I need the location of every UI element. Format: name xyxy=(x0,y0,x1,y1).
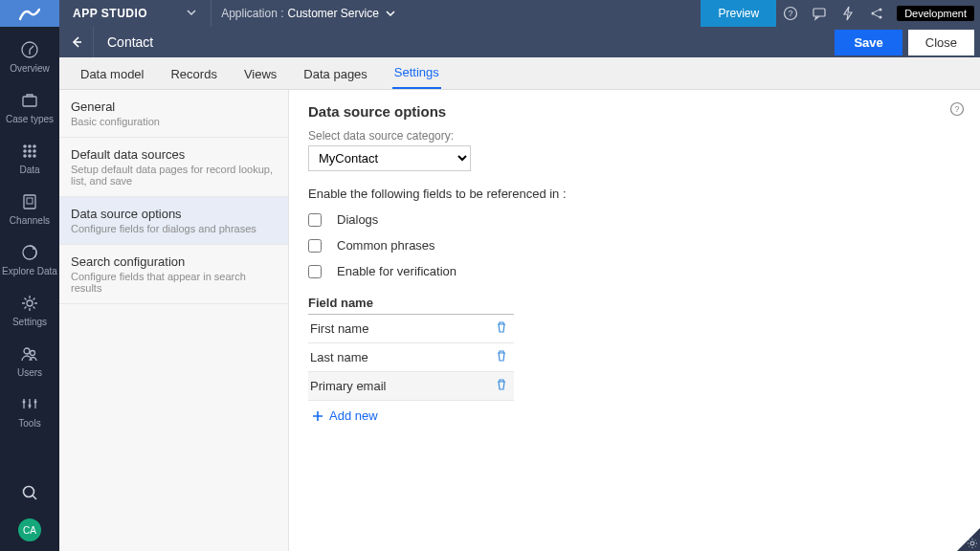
svg-rect-18 xyxy=(27,198,33,204)
nav-case-types[interactable]: Case types xyxy=(0,83,59,134)
svg-point-23 xyxy=(31,351,35,356)
settings-nav-general[interactable]: General Basic configuration xyxy=(59,90,288,138)
svg-point-10 xyxy=(33,144,36,148)
svg-point-20 xyxy=(33,248,34,250)
checkbox-common-phrases[interactable] xyxy=(308,239,322,253)
svg-point-21 xyxy=(27,300,33,306)
checkbox-dialogs-label: Dialogs xyxy=(337,212,378,227)
nav-explore-data[interactable]: Explore Data xyxy=(0,235,59,286)
svg-point-26 xyxy=(34,401,37,404)
nav-settings[interactable]: Settings xyxy=(0,286,59,337)
share-icon[interactable] xyxy=(862,0,891,27)
enable-intro: Enable the following fields to be refere… xyxy=(308,187,961,201)
checkbox-enable-verification[interactable] xyxy=(308,265,322,278)
svg-text:?: ? xyxy=(789,9,793,18)
category-label: Select data source category: xyxy=(308,129,961,143)
help-icon[interactable]: ? xyxy=(776,0,805,27)
svg-point-11 xyxy=(23,149,27,153)
trash-icon[interactable] xyxy=(491,378,512,394)
svg-point-25 xyxy=(29,405,32,408)
field-row: Last name xyxy=(308,343,514,372)
nav-tools[interactable]: Tools xyxy=(0,387,59,438)
svg-point-27 xyxy=(24,487,34,497)
back-button[interactable] xyxy=(59,27,94,57)
panel-heading: Data source options xyxy=(308,103,961,120)
nav-data[interactable]: Data xyxy=(0,134,59,185)
svg-point-9 xyxy=(28,144,32,148)
pega-logo[interactable] xyxy=(0,0,59,27)
settings-nav-default-data-sources[interactable]: Default data sources Setup default data … xyxy=(59,138,288,197)
application-picker[interactable]: Customer Service xyxy=(288,7,396,20)
tab-data-pages[interactable]: Data pages xyxy=(301,59,369,89)
tab-views[interactable]: Views xyxy=(242,59,278,89)
tab-data-model[interactable]: Data model xyxy=(78,59,145,89)
trash-icon[interactable] xyxy=(491,349,512,365)
page-title: Contact xyxy=(94,34,835,50)
svg-rect-2 xyxy=(813,9,825,16)
studio-title: APP STUDIO xyxy=(73,7,147,20)
add-new-button[interactable]: Add new xyxy=(308,408,514,423)
checkbox-dialogs[interactable] xyxy=(308,213,322,227)
svg-point-30 xyxy=(970,541,974,545)
svg-rect-7 xyxy=(23,97,36,106)
user-avatar[interactable]: CA xyxy=(18,518,41,541)
tab-records[interactable]: Records xyxy=(168,59,218,89)
settings-nav-data-source-options[interactable]: Data source options Configure fields for… xyxy=(59,197,288,245)
nav-channels[interactable]: Channels xyxy=(0,185,59,235)
checkbox-enable-verification-label: Enable for verification xyxy=(337,264,457,278)
nav-overview[interactable]: Overview xyxy=(0,33,59,83)
field-table-header: Field name xyxy=(308,292,514,315)
preview-button[interactable]: Preview xyxy=(701,0,776,27)
svg-point-22 xyxy=(24,348,30,354)
svg-point-24 xyxy=(23,401,26,404)
nav-users[interactable]: Users xyxy=(0,337,59,387)
search-icon[interactable] xyxy=(20,483,39,505)
application-label: Application : xyxy=(221,7,283,20)
settings-nav-search-configuration[interactable]: Search configuration Configure fields th… xyxy=(59,245,288,304)
bolt-icon[interactable] xyxy=(834,0,862,27)
category-select[interactable]: MyContact xyxy=(308,145,471,171)
close-button[interactable]: Close xyxy=(908,30,974,55)
corner-gear-icon[interactable] xyxy=(967,538,978,551)
svg-point-16 xyxy=(33,154,36,158)
panel-help-icon[interactable]: ? xyxy=(949,101,965,120)
svg-point-12 xyxy=(28,149,32,153)
checkbox-common-phrases-label: Common phrases xyxy=(337,238,435,253)
svg-rect-17 xyxy=(24,195,35,209)
svg-point-13 xyxy=(33,149,36,153)
svg-point-15 xyxy=(28,154,32,158)
trash-icon[interactable] xyxy=(491,320,512,337)
chat-icon[interactable] xyxy=(805,0,834,27)
svg-text:?: ? xyxy=(954,104,959,114)
svg-point-8 xyxy=(23,144,27,148)
field-row: First name xyxy=(308,315,514,343)
svg-point-14 xyxy=(23,154,27,158)
tab-settings[interactable]: Settings xyxy=(392,57,441,89)
environment-badge: Development xyxy=(897,6,974,21)
tabs-row: Data model Records Views Data pages Sett… xyxy=(59,57,980,90)
studio-dropdown[interactable] xyxy=(186,7,197,21)
field-row: Primary email xyxy=(308,372,514,401)
save-button[interactable]: Save xyxy=(835,30,902,55)
